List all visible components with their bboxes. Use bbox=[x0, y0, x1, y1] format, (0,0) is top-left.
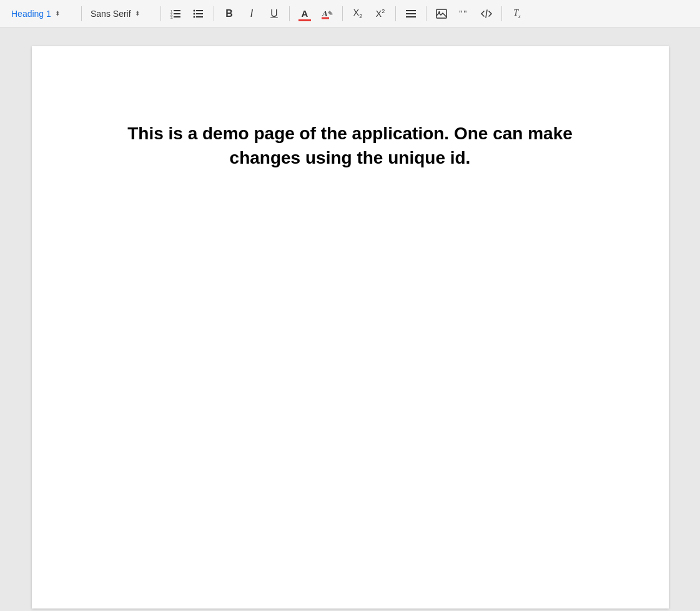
separator-4 bbox=[289, 6, 290, 21]
svg-point-8 bbox=[194, 12, 195, 14]
blockquote-icon: " " bbox=[458, 8, 470, 19]
heading-selector[interactable]: Heading 1 ⬍ bbox=[7, 7, 76, 21]
italic-icon: I bbox=[250, 8, 253, 19]
svg-point-6 bbox=[194, 9, 195, 11]
separator-8 bbox=[501, 6, 502, 21]
font-color-button[interactable]: A bbox=[295, 4, 315, 24]
svg-rect-14 bbox=[406, 10, 416, 11]
svg-text:A: A bbox=[322, 9, 328, 18]
toolbar: Heading 1 ⬍ Sans Serif ⬍ 1. 2. 3. bbox=[0, 0, 700, 27]
bold-button[interactable]: B bbox=[219, 4, 239, 24]
svg-rect-9 bbox=[196, 13, 203, 14]
svg-rect-5 bbox=[174, 16, 180, 17]
unordered-list-button[interactable] bbox=[189, 4, 209, 24]
font-color-underline bbox=[298, 19, 311, 21]
svg-text:": " bbox=[459, 9, 463, 19]
page[interactable]: This is a demo page of the application. … bbox=[32, 46, 669, 609]
heading-selector-label: Heading 1 bbox=[11, 9, 51, 19]
horizontal-rule-icon bbox=[405, 8, 417, 19]
highlight-color-button[interactable]: A bbox=[317, 4, 337, 24]
image-icon bbox=[436, 8, 447, 19]
separator-2 bbox=[160, 6, 161, 21]
svg-rect-1 bbox=[174, 10, 180, 11]
superscript-button[interactable]: X2 bbox=[370, 4, 390, 24]
subscript-button[interactable]: X2 bbox=[348, 4, 368, 24]
svg-rect-3 bbox=[174, 13, 180, 14]
blockquote-button[interactable]: " " bbox=[454, 4, 474, 24]
italic-button[interactable]: I bbox=[242, 4, 262, 24]
font-color-icon: A bbox=[302, 8, 308, 19]
separator-7 bbox=[426, 6, 426, 21]
code-icon bbox=[481, 8, 492, 19]
editor-area: This is a demo page of the application. … bbox=[0, 27, 700, 611]
svg-point-10 bbox=[194, 16, 195, 17]
clear-format-icon: Tx bbox=[513, 8, 520, 19]
svg-rect-15 bbox=[406, 13, 416, 14]
svg-text:": " bbox=[463, 9, 467, 19]
subscript-icon: X2 bbox=[353, 7, 362, 19]
highlight-color-icon: A bbox=[322, 8, 333, 19]
separator-3 bbox=[214, 6, 214, 21]
underline-icon: U bbox=[270, 8, 278, 19]
image-button[interactable] bbox=[431, 4, 451, 24]
separator-1 bbox=[81, 6, 82, 21]
bold-icon: B bbox=[225, 8, 233, 19]
svg-text:3.: 3. bbox=[170, 16, 173, 19]
separator-6 bbox=[395, 6, 396, 21]
horizontal-rule-button[interactable] bbox=[401, 4, 421, 24]
font-selector[interactable]: Sans Serif ⬍ bbox=[87, 7, 155, 21]
separator-5 bbox=[342, 6, 343, 21]
superscript-icon: X2 bbox=[376, 8, 385, 19]
font-selector-label: Sans Serif bbox=[91, 9, 131, 19]
page-content[interactable]: This is a demo page of the application. … bbox=[107, 121, 594, 170]
ordered-list-icon: 1. 2. 3. bbox=[170, 8, 182, 19]
underline-button[interactable]: U bbox=[264, 4, 284, 24]
svg-rect-11 bbox=[196, 16, 203, 17]
svg-rect-16 bbox=[406, 16, 416, 17]
heading-selector-arrow: ⬍ bbox=[55, 10, 60, 17]
font-selector-arrow: ⬍ bbox=[135, 10, 140, 17]
ordered-list-button[interactable]: 1. 2. 3. bbox=[166, 4, 186, 24]
clear-format-button[interactable]: Tx bbox=[507, 4, 527, 24]
code-button[interactable] bbox=[476, 4, 496, 24]
svg-rect-7 bbox=[196, 10, 203, 11]
unordered-list-icon bbox=[193, 8, 204, 19]
